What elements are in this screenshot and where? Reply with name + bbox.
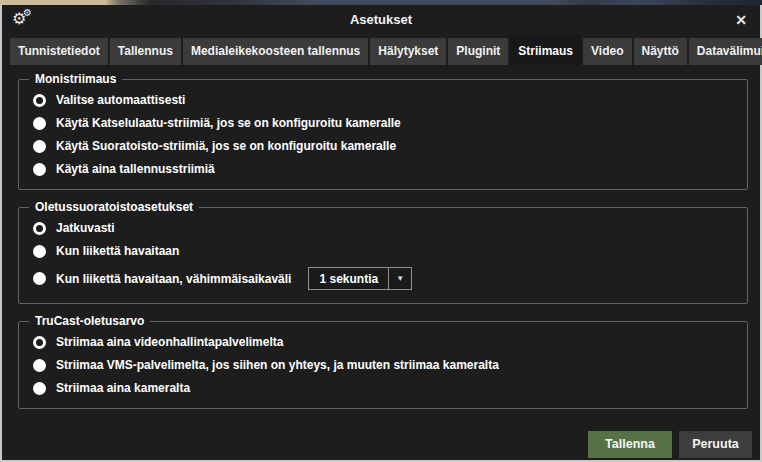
radio-icon[interactable] (33, 140, 46, 153)
cancel-button[interactable]: Peruuta (679, 431, 752, 458)
tab-tallennus[interactable]: Tallennus (110, 38, 181, 65)
interval-dropdown[interactable]: 1 sekuntia ▼ (308, 267, 412, 290)
tab-tunnistetiedot[interactable]: Tunnistetiedot (10, 38, 108, 65)
radio-icon[interactable] (33, 272, 46, 285)
radio-label: Striimaa VMS-palvelimelta, jos siihen on… (56, 358, 499, 372)
radio-label: Striimaa aina kameralta (56, 381, 190, 395)
group-title: Oletussuoratoistoasetukset (29, 200, 199, 214)
group-monistriimaus: Monistriimaus Valitse automaattisesti Kä… (18, 79, 748, 190)
radio-kun-liiketta-havaitaan[interactable]: Kun liikettä havaitaan (33, 244, 735, 258)
group-title: TruCast-oletusarvo (29, 314, 150, 328)
close-icon[interactable]: ✕ (732, 12, 750, 28)
tab-pluginit[interactable]: Pluginit (448, 38, 508, 65)
radio-label: Kun liikettä havaitaan, vähimmäisaikaväl… (56, 272, 291, 286)
radio-valitse-automaattisesti[interactable]: Valitse automaattisesti (33, 93, 735, 107)
tab-datavalimuisti[interactable]: Datavälimuisti (689, 38, 762, 65)
radio-icon[interactable] (33, 163, 46, 176)
radio-label: Kun liikettä havaitaan (56, 244, 179, 258)
radio-label: Striimaa aina videonhallintapalvelimelta (56, 335, 283, 349)
radio-selected-icon[interactable] (33, 336, 46, 349)
tab-halytykset[interactable]: Hälytykset (370, 38, 446, 65)
radio-jatkuvasti[interactable]: Jatkuvasti (33, 221, 735, 235)
radio-label: Käytä Suoratoisto-striimiä, jos se on ko… (56, 139, 396, 153)
dialog-titlebar: ⚙ ⚙ Asetukset ✕ (2, 5, 760, 34)
tab-content-striimaus: Monistriimaus Valitse automaattisesti Kä… (2, 65, 760, 426)
gear-small-icon: ⚙ (23, 8, 32, 18)
radio-aina-tallennusstriimi[interactable]: Käytä aina tallennusstriimiä (33, 162, 735, 176)
radio-icon[interactable] (33, 245, 46, 258)
gears-icon: ⚙ ⚙ (12, 10, 34, 30)
radio-striimaa-aina-kameralta[interactable]: Striimaa aina kameralta (33, 381, 735, 395)
radio-label: Käytä Katselulaatu-striimiä, jos se on k… (56, 116, 401, 130)
radio-icon[interactable] (33, 117, 46, 130)
group-oletussuoratoistoasetukset: Oletussuoratoistoasetukset Jatkuvasti Ku… (18, 207, 748, 304)
tab-video[interactable]: Video (583, 38, 631, 65)
tab-naytto[interactable]: Näyttö (634, 38, 687, 65)
interval-dropdown-value: 1 sekuntia (309, 268, 388, 289)
radio-selected-icon[interactable] (33, 222, 46, 235)
radio-striimaa-vms-tai-kamera[interactable]: Striimaa VMS-palvelimelta, jos siihen on… (33, 358, 735, 372)
radio-icon[interactable] (33, 359, 46, 372)
tab-medialeikekoosteen-tallennus[interactable]: Medialeikekoosteen tallennus (183, 38, 368, 65)
dialog-title: Asetukset (2, 12, 760, 27)
radio-selected-icon[interactable] (33, 94, 46, 107)
radio-katselulaatu-striimi[interactable]: Käytä Katselulaatu-striimiä, jos se on k… (33, 116, 735, 130)
group-title: Monistriimaus (29, 72, 122, 86)
radio-icon[interactable] (33, 382, 46, 395)
radio-label: Valitse automaattisesti (56, 93, 185, 107)
tab-striimaus[interactable]: Striimaus (510, 35, 581, 65)
settings-dialog: ⚙ ⚙ Asetukset ✕ Tunnistetiedot Tallennus… (0, 5, 762, 462)
save-button[interactable]: Tallenna (588, 431, 672, 458)
dialog-footer: Tallenna Peruuta (2, 426, 760, 462)
group-trucast-oletusarvo: TruCast-oletusarvo Striimaa aina videonh… (18, 321, 748, 409)
settings-tabbar: Tunnistetiedot Tallennus Medialeikekoost… (2, 34, 760, 65)
radio-label: Käytä aina tallennusstriimiä (56, 162, 215, 176)
chevron-down-icon[interactable]: ▼ (388, 268, 411, 289)
radio-vahimmaisaikavali[interactable]: Kun liikettä havaitaan, vähimmäisaikaväl… (33, 267, 735, 290)
radio-suoratoisto-striimi[interactable]: Käytä Suoratoisto-striimiä, jos se on ko… (33, 139, 735, 153)
radio-label: Jatkuvasti (56, 221, 115, 235)
radio-striimaa-palvelimelta[interactable]: Striimaa aina videonhallintapalvelimelta (33, 335, 735, 349)
